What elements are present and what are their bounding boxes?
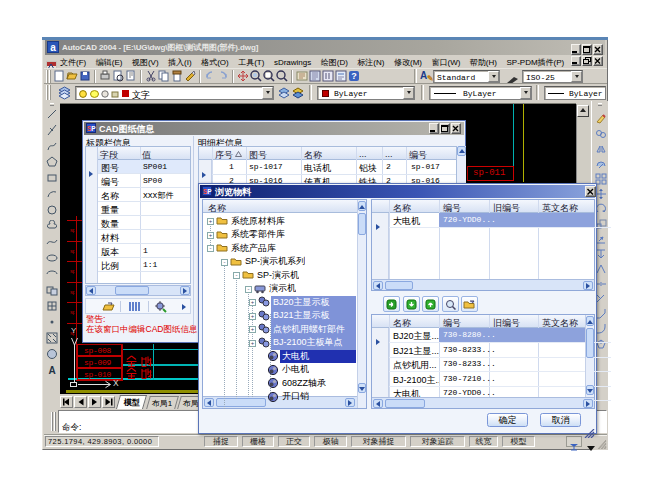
svg-text:A: A [48,365,55,376]
svg-text:?: ? [351,71,357,81]
